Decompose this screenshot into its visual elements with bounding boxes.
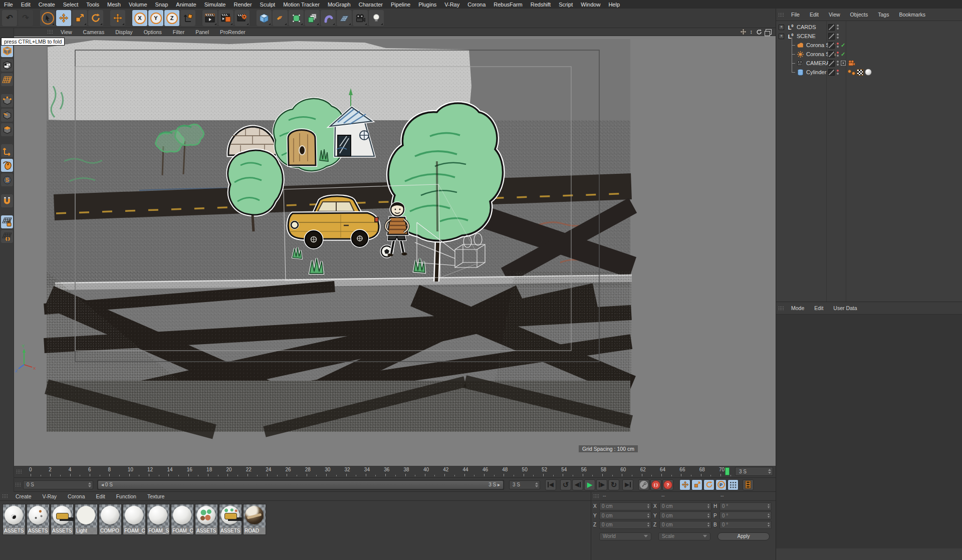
tree-row[interactable]: Cylinder: [776, 68, 962, 77]
stepper-icon[interactable]: [88, 482, 91, 487]
rot-p-field[interactable]: 0 °: [719, 511, 772, 519]
material-thumbnail[interactable]: ASSETS: [219, 504, 242, 535]
object-label[interactable]: Cylinder: [806, 69, 826, 75]
menubar-item[interactable]: Help: [604, 2, 624, 8]
preview-range-bar[interactable]: ◂ 0 S 3 S ▸: [98, 481, 503, 489]
previous-frame-button[interactable]: ◀: [572, 479, 583, 490]
lock-x-axis-icon[interactable]: X: [132, 10, 147, 26]
light-tool-icon[interactable]: [369, 10, 384, 26]
apply-button[interactable]: Apply: [717, 532, 770, 540]
menubar-item[interactable]: Tools: [82, 2, 103, 8]
coordinate-system-icon[interactable]: [180, 10, 195, 26]
goto-start-button[interactable]: ◀: [545, 479, 556, 490]
camera-target-icon[interactable]: [841, 61, 846, 66]
menubar-item[interactable]: Sculpt: [256, 2, 280, 8]
material-tag-icon[interactable]: [865, 69, 872, 76]
layer-box-icon[interactable]: [828, 24, 835, 31]
timeline-end-selector[interactable]: 3 S: [735, 467, 773, 476]
viewport-menu-item[interactable]: Options: [138, 29, 167, 35]
workplane-lock-icon[interactable]: [1, 215, 13, 228]
material-label[interactable]: ASSETS: [3, 527, 25, 534]
viewport-menu-grip-icon[interactable]: [47, 30, 53, 34]
menubar-item[interactable]: Script: [555, 2, 577, 8]
orbit-icon[interactable]: [756, 29, 762, 35]
redo-icon[interactable]: ↷: [18, 10, 33, 26]
menubar-item[interactable]: V-Ray: [440, 2, 463, 8]
layer-box-icon[interactable]: [828, 33, 835, 40]
edit-render-settings-icon[interactable]: [234, 10, 250, 26]
pan-icon[interactable]: [740, 29, 747, 35]
scale-z-field[interactable]: 0 cm: [659, 521, 711, 529]
tree-row[interactable]: Corona Sun ✓: [776, 50, 962, 59]
uv-tag-icon[interactable]: [857, 69, 863, 76]
timeline-ticks[interactable]: 0246810121416182022242628303234363840424…: [29, 466, 741, 477]
menubar-item[interactable]: Snap: [151, 2, 172, 8]
coordinate-space-dropdown[interactable]: World: [599, 532, 651, 540]
material-thumbnail[interactable]: COMPO: [99, 504, 122, 535]
viewport-menu-item[interactable]: Filter: [167, 29, 190, 35]
timeline-ruler[interactable]: 0246810121416182022242628303234363840424…: [14, 466, 776, 478]
object-manager-menu-item[interactable]: Objects: [845, 12, 873, 18]
menubar-item[interactable]: Pipeline: [387, 2, 414, 8]
tree-row[interactable]: Corona Sky ✓: [776, 41, 962, 50]
menubar-item[interactable]: Simulate: [200, 2, 230, 8]
menubar-item[interactable]: Mesh: [103, 2, 125, 8]
stepper-icon[interactable]: [535, 482, 538, 487]
material-label[interactable]: ASSETS: [27, 527, 49, 534]
attribute-manager-menu-item[interactable]: Mode: [786, 305, 809, 311]
object-manager-menu-item[interactable]: Bookmarks: [894, 12, 930, 18]
material-label[interactable]: Light: [75, 527, 97, 534]
attribute-manager-menu-item[interactable]: Edit: [809, 305, 828, 311]
pos-z-field[interactable]: 0 cm: [599, 521, 651, 529]
material-label[interactable]: ASSETS: [51, 527, 73, 534]
lock-z-axis-icon[interactable]: Z: [164, 10, 179, 26]
last-tool-icon[interactable]: [110, 10, 125, 26]
object-manager-menu-item[interactable]: View: [824, 12, 845, 18]
material-thumbnail[interactable]: FOAM_C: [123, 504, 146, 535]
tree-row[interactable]: CAMERA: [776, 59, 962, 68]
goto-end-button[interactable]: ▶: [622, 479, 633, 490]
phong-tag-icon[interactable]: [848, 70, 855, 75]
workplane-align-icon[interactable]: [1, 230, 13, 243]
attribute-manager-grip-icon[interactable]: [778, 306, 784, 311]
layer-box-icon[interactable]: [828, 60, 835, 67]
menubar-item[interactable]: Plugins: [414, 2, 440, 8]
tree-row[interactable]: + L0 SCENE: [776, 32, 962, 41]
current-frame-field[interactable]: 0 S: [23, 480, 93, 489]
menubar-item[interactable]: Render: [229, 2, 256, 8]
object-manager-menu-item[interactable]: Edit: [805, 12, 824, 18]
scale-x-field[interactable]: 0 cm: [659, 502, 711, 510]
visibility-dots[interactable]: [837, 34, 839, 39]
move-tool-icon[interactable]: [56, 10, 71, 26]
record-key-button[interactable]: [638, 479, 649, 490]
model-mode-icon[interactable]: [1, 44, 13, 57]
object-manager-menu-item[interactable]: Tags: [873, 12, 894, 18]
material-thumbnail[interactable]: ASSETS: [27, 504, 50, 535]
material-thumbnail[interactable]: ASSETS: [195, 504, 218, 535]
enabled-check-icon[interactable]: ✓: [841, 43, 845, 48]
menubar-item[interactable]: MoGraph: [324, 2, 355, 8]
end-time-field[interactable]: 3 S: [509, 480, 540, 489]
key-pla-button[interactable]: [728, 479, 739, 490]
timeline-marker[interactable]: [725, 467, 730, 475]
timeline-scrubber[interactable]: ◂ 0 S 3 S ▸: [97, 480, 504, 490]
menubar-item[interactable]: Edit: [17, 2, 35, 8]
attribute-manager-menu-item[interactable]: User Data: [828, 305, 862, 311]
menubar-item[interactable]: Corona: [463, 2, 490, 8]
visibility-dots[interactable]: [837, 61, 839, 66]
scale-mode-dropdown[interactable]: Scale: [658, 532, 710, 540]
points-mode-icon[interactable]: [1, 94, 13, 107]
material-menu-item[interactable]: Function: [111, 493, 142, 499]
key-parameter-button[interactable]: P: [715, 479, 727, 490]
material-thumbnail[interactable]: FOAM_C: [171, 504, 194, 535]
layer-box-icon[interactable]: [828, 69, 835, 76]
material-thumbnail[interactable]: ASSETS: [51, 504, 74, 535]
autokey-button[interactable]: ( ): [650, 479, 661, 490]
material-label[interactable]: ASSETS: [195, 527, 217, 534]
menubar-item[interactable]: Animate: [172, 2, 200, 8]
menubar-item[interactable]: Volume: [125, 2, 151, 8]
material-label[interactable]: ROAD: [244, 527, 266, 534]
lock-y-axis-icon[interactable]: Y: [148, 10, 163, 26]
rot-h-field[interactable]: 0 °: [719, 502, 772, 510]
transport-grip-icon[interactable]: [15, 482, 21, 487]
